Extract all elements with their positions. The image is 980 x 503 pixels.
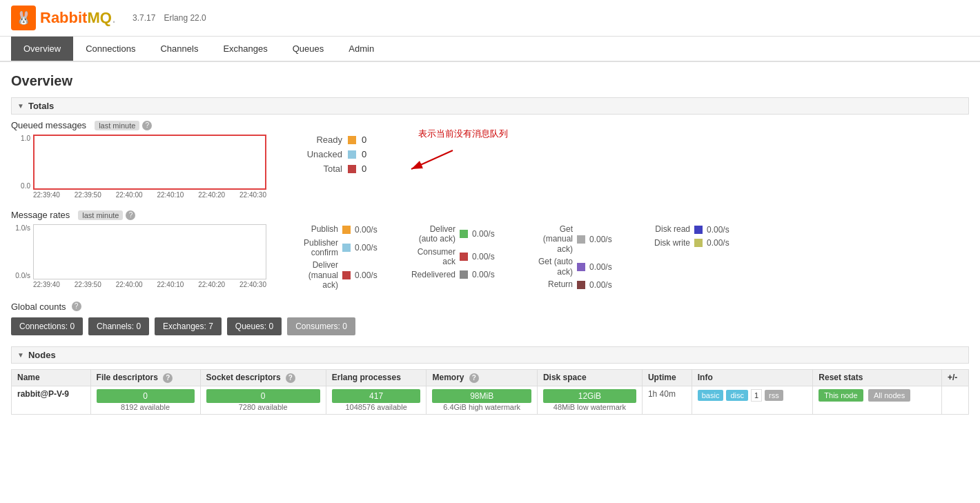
nav-bar: Overview Connections Channels Exchanges … — [0, 37, 980, 62]
get-auto-dot — [577, 263, 585, 271]
rate-return: Return 0.00/s — [518, 279, 624, 290]
info-badge-rss[interactable]: rss — [765, 390, 783, 401]
rates-help-icon[interactable]: ? — [126, 210, 135, 220]
svg-line-1 — [411, 150, 453, 169]
rate-get-manual: Get(manualack) 0.00/s — [518, 224, 624, 254]
chart-y-min: 0.0 — [11, 182, 30, 190]
stat-total-label: Total — [294, 164, 342, 174]
stat-ready: Ready 0 — [294, 135, 377, 145]
nodes-toggle-icon: ▼ — [17, 351, 24, 359]
page-title: Overview — [11, 73, 969, 89]
global-counts-area: Global counts ? Connections: 0 Channels:… — [11, 302, 969, 335]
stat-unacked-value: 0 — [362, 149, 366, 159]
rates-col3: Get(manualack) 0.00/s Get (autoack) 0.00… — [518, 224, 624, 290]
ready-color-dot — [348, 136, 356, 144]
message-rates-area: Message rates last minute ? 1.0/s 0.0/s — [11, 210, 969, 290]
global-counts-buttons: Connections: 0 Channels: 0 Exchanges: 7 … — [11, 317, 969, 335]
nav-exchanges[interactable]: Exchanges — [210, 37, 280, 61]
logo-icon: 🐰 — [11, 6, 36, 30]
rate-publisher-confirm: Publisherconfirm 0.00/s — [283, 238, 389, 258]
rates-chart-y-min: 0.0/s — [11, 272, 30, 279]
version-text: 3.7.17 — [133, 13, 155, 23]
rates-label: Message rates — [11, 210, 70, 220]
global-counts-label: Global counts — [11, 302, 66, 312]
disk-read-dot — [694, 226, 703, 234]
disk-space-sub: 48MiB low watermark — [543, 403, 636, 411]
return-dot — [577, 281, 585, 289]
logo-text: RabbitMQ. — [40, 9, 116, 27]
rate-disk-write: Disk write 0.00/s — [635, 238, 741, 249]
unacked-color-dot — [348, 150, 356, 159]
rates-chart-x-labels: 22:39:40 22:39:50 22:40:00 22:40:10 22:4… — [33, 281, 266, 288]
rate-get-auto: Get (autoack) 0.00/s — [518, 257, 624, 277]
rates-chart-y-max: 1.0/s — [11, 224, 30, 232]
publish-dot — [342, 226, 351, 234]
node-expand — [941, 386, 968, 414]
nodes-section: ▼ Nodes Name File descriptors ? Socket d… — [11, 346, 969, 415]
reset-this-node-btn[interactable]: This node — [819, 389, 863, 402]
rates-chart-canvas — [33, 224, 266, 279]
rate-publish: Publish 0.00/s — [283, 224, 389, 235]
reset-all-nodes-btn[interactable]: All nodes — [868, 389, 910, 402]
totals-section: ▼ Totals Queued messages last minute ? 1… — [11, 97, 969, 335]
erlang-proc-value: 417 — [332, 389, 421, 403]
queued-help-icon[interactable]: ? — [142, 121, 152, 130]
rate-deliver-manual: Deliver(manualack) 0.00/s — [283, 260, 389, 290]
queues-count-btn[interactable]: Queues: 0 — [227, 317, 282, 335]
rate-consumer-ack: Consumerack 0.00/s — [400, 247, 507, 267]
nodes-title: Nodes — [28, 350, 56, 360]
nav-connections[interactable]: Connections — [73, 37, 148, 61]
uptime-value: 1h 40m — [648, 389, 676, 399]
rate-redelivered: Redelivered 0.00/s — [400, 270, 507, 281]
node-disk-space: 12GiB 48MiB low watermark — [537, 386, 642, 414]
nodes-section-header[interactable]: ▼ Nodes — [11, 346, 969, 364]
nav-channels[interactable]: Channels — [148, 37, 210, 61]
queued-chart-canvas — [33, 135, 266, 190]
stat-total: Total 0 — [294, 164, 377, 174]
stat-total-value: 0 — [362, 164, 366, 174]
node-file-descriptors: 0 8192 available — [90, 386, 200, 414]
nodes-table-header: Name File descriptors ? Socket descripto… — [12, 369, 969, 386]
col-expand: +/- — [941, 369, 968, 386]
table-row: rabbit@P-V-9 0 8192 available 0 7280 ava… — [12, 386, 969, 414]
rates-col4: Disk read 0.00/s Disk write 0.00/s — [635, 224, 741, 290]
header: 🐰 RabbitMQ. 3.7.17 Erlang 22.0 — [0, 0, 980, 37]
stat-unacked: Unacked 0 — [294, 149, 377, 159]
socket-desc-value: 0 — [206, 389, 320, 403]
exchanges-count-btn[interactable]: Exchanges: 7 — [155, 317, 222, 335]
totals-section-header[interactable]: ▼ Totals — [11, 97, 969, 115]
total-color-dot — [348, 165, 356, 173]
nav-overview[interactable]: Overview — [11, 37, 73, 61]
rates-col1: Publish 0.00/s Publisherconfirm 0.00/s D… — [283, 224, 389, 290]
info-badge-num: 1 — [751, 389, 762, 402]
rates-col2: Deliver(auto ack) 0.00/s Consumerack 0.0… — [400, 224, 507, 290]
arrow-area — [398, 147, 453, 168]
col-reset-stats: Reset stats — [813, 369, 942, 386]
global-counts-help-icon[interactable]: ? — [72, 302, 81, 311]
erlang-proc-sub: 1048576 available — [332, 403, 421, 411]
nav-queues[interactable]: Queues — [280, 37, 337, 61]
col-memory: Memory ? — [427, 369, 537, 386]
publisher-confirm-dot — [342, 244, 351, 252]
get-manual-dot — [577, 235, 585, 244]
queued-label: Queued messages — [11, 120, 86, 130]
deliver-auto-dot — [460, 230, 468, 238]
rates-chart: 1.0/s 0.0/s 22:39:40 22:39:50 22:40:00 2… — [11, 224, 266, 288]
totals-title: Totals — [28, 101, 54, 111]
stat-unacked-label: Unacked — [294, 149, 342, 159]
consumers-count-btn[interactable]: Consumers: 0 — [287, 317, 355, 335]
node-erlang-processes: 417 1048576 available — [326, 386, 427, 414]
info-badge-basic[interactable]: basic — [698, 390, 724, 401]
node-info: basic disc 1 rss — [692, 386, 813, 414]
connections-count-btn[interactable]: Connections: 0 — [11, 317, 83, 335]
memory-value: 98MiB — [432, 389, 531, 403]
queued-chart: 1.0 0.0 22:39:40 22:39:50 22:40:00 22:40… — [11, 135, 266, 199]
info-badge-disc[interactable]: disc — [726, 390, 748, 401]
nav-admin[interactable]: Admin — [336, 37, 386, 61]
chart-y-max: 1.0 — [11, 135, 30, 142]
node-uptime: 1h 40m — [642, 386, 692, 414]
rate-deliver-auto: Deliver(auto ack) 0.00/s — [400, 224, 507, 244]
channels-count-btn[interactable]: Channels: 0 — [88, 317, 149, 335]
annotation-area: 表示当前没有消息队列 — [398, 135, 487, 168]
memory-sub: 6.4GiB high watermark — [432, 403, 531, 411]
